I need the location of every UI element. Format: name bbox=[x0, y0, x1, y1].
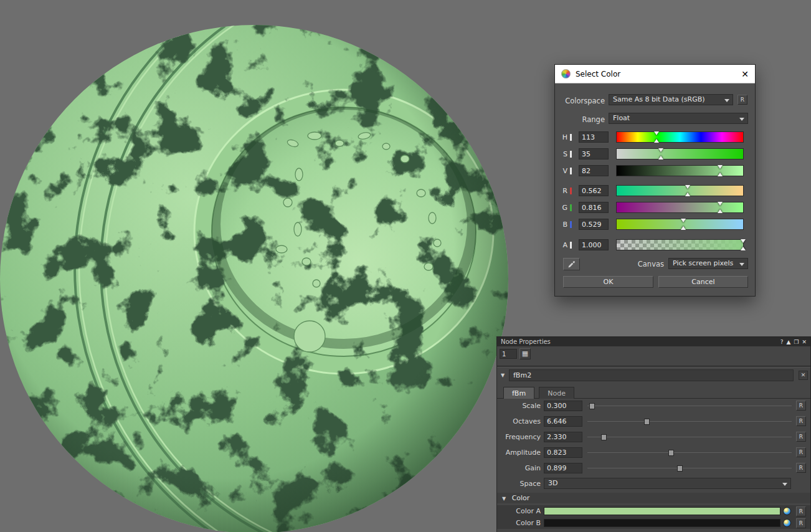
space-row: Space 3D bbox=[497, 478, 810, 490]
range-label: Range bbox=[555, 115, 605, 124]
range-dropdown[interactable]: Float bbox=[609, 113, 748, 124]
octaves-slider[interactable] bbox=[587, 416, 792, 427]
frequency-slider-handle[interactable] bbox=[601, 434, 607, 440]
green-label: G bbox=[555, 204, 567, 212]
color-section-label: Color bbox=[512, 494, 530, 502]
cancel-button[interactable]: Cancel bbox=[658, 276, 748, 288]
gain-reset-button[interactable]: R bbox=[796, 463, 806, 473]
value-label: V bbox=[555, 167, 567, 175]
color-b-reset-button[interactable]: R bbox=[796, 518, 806, 528]
eyedropper-button[interactable] bbox=[563, 258, 580, 270]
hue-input[interactable] bbox=[579, 131, 609, 143]
param-row-amplitude: Amplitude R bbox=[497, 447, 810, 459]
alpha-slider[interactable] bbox=[616, 239, 744, 250]
amplitude-input[interactable] bbox=[544, 447, 582, 458]
red-label: R bbox=[555, 187, 567, 195]
scale-slider-handle[interactable] bbox=[589, 403, 595, 409]
alpha-input[interactable] bbox=[579, 239, 609, 250]
eyedropper-icon bbox=[567, 260, 576, 268]
green-row: G bbox=[555, 202, 755, 213]
value-input[interactable] bbox=[579, 165, 609, 176]
blue-input[interactable] bbox=[579, 219, 609, 230]
octaves-label: Octaves bbox=[497, 417, 541, 425]
red-slider[interactable] bbox=[616, 185, 744, 196]
param-row-scale: Scale R bbox=[497, 400, 810, 412]
panel-close-icon[interactable]: ✕ bbox=[802, 339, 807, 345]
collapse-icon[interactable]: ▲ bbox=[786, 339, 790, 345]
node-name-field[interactable]: fBm2 bbox=[509, 369, 794, 381]
select-color-dialog: Select Color ✕ Colorspace Same As 8 bit … bbox=[554, 64, 756, 297]
colorspace-reset-button[interactable]: R bbox=[737, 95, 747, 105]
colorspace-dropdown[interactable]: Same As 8 bit Data (sRGB) bbox=[609, 94, 733, 105]
frequency-reset-button[interactable]: R bbox=[796, 432, 806, 442]
node-collapse-arrow-icon[interactable]: ▼ bbox=[501, 373, 505, 378]
color-section-header[interactable]: ▼ Color bbox=[497, 493, 810, 503]
param-row-gain: Gain R bbox=[497, 462, 810, 475]
gain-slider[interactable] bbox=[587, 463, 792, 473]
amplitude-label: Amplitude bbox=[497, 449, 541, 457]
frequency-input[interactable] bbox=[544, 432, 582, 442]
value-slider[interactable] bbox=[616, 165, 744, 176]
space-dropdown[interactable]: 3D bbox=[544, 478, 791, 489]
help-icon[interactable]: ? bbox=[780, 339, 784, 345]
scale-label: Scale bbox=[497, 402, 541, 410]
red-input[interactable] bbox=[579, 185, 609, 196]
color-a-reset-button[interactable]: R bbox=[796, 506, 806, 516]
amplitude-reset-button[interactable]: R bbox=[796, 447, 806, 457]
octaves-slider-handle[interactable] bbox=[644, 419, 650, 425]
hue-slider[interactable] bbox=[616, 131, 744, 143]
gain-label: Gain bbox=[497, 464, 541, 472]
dialog-title: Select Color bbox=[576, 70, 736, 78]
color-a-picker-icon[interactable] bbox=[783, 507, 791, 515]
amplitude-slider-handle[interactable] bbox=[668, 450, 674, 456]
scale-slider[interactable] bbox=[587, 401, 792, 411]
saturation-input[interactable] bbox=[579, 148, 609, 159]
color-b-swatch[interactable] bbox=[544, 519, 780, 527]
space-value: 3D bbox=[548, 479, 557, 487]
color-b-row: Color B R bbox=[497, 517, 810, 529]
panel-titlebar[interactable]: Node Properties ? ▲ ❐ ✕ bbox=[497, 337, 810, 346]
tab-node[interactable]: Node bbox=[539, 387, 574, 399]
red-tick bbox=[570, 188, 572, 194]
color-b-label: Color B bbox=[497, 519, 541, 527]
color-wheel-icon bbox=[561, 69, 571, 78]
alpha-row: A bbox=[555, 239, 755, 250]
node-close-button[interactable]: ✕ bbox=[799, 371, 808, 380]
alpha-label: A bbox=[555, 241, 567, 249]
canvas-dropdown[interactable]: Pick screen pixels bbox=[668, 258, 748, 269]
float-window-icon[interactable]: ❐ bbox=[794, 339, 799, 345]
green-slider[interactable] bbox=[616, 202, 744, 213]
color-a-label: Color A bbox=[497, 507, 541, 515]
close-icon[interactable]: ✕ bbox=[741, 70, 749, 78]
octaves-reset-button[interactable]: R bbox=[796, 416, 806, 426]
3d-viewport-sphere[interactable] bbox=[0, 0, 511, 532]
green-tick bbox=[570, 204, 572, 211]
blue-tick bbox=[570, 221, 572, 228]
alpha-tick bbox=[570, 242, 572, 249]
grid-icon: ▦ bbox=[522, 349, 528, 358]
gain-input[interactable] bbox=[544, 463, 582, 473]
canvas-label: Canvas bbox=[614, 260, 664, 268]
ok-button[interactable]: OK bbox=[563, 276, 653, 288]
tab-fbm[interactable]: fBm bbox=[503, 387, 534, 399]
color-a-swatch[interactable] bbox=[544, 507, 780, 515]
sphere-vignette bbox=[0, 25, 508, 532]
frequency-slider[interactable] bbox=[587, 432, 792, 442]
scale-input[interactable] bbox=[544, 401, 582, 411]
saturation-label: S bbox=[555, 150, 567, 158]
octaves-input[interactable] bbox=[544, 416, 582, 427]
node-index-input[interactable] bbox=[500, 349, 517, 359]
color-b-picker-icon[interactable] bbox=[783, 519, 791, 527]
blue-slider[interactable] bbox=[616, 219, 744, 230]
gain-slider-handle[interactable] bbox=[677, 465, 683, 472]
green-input[interactable] bbox=[579, 202, 609, 213]
colorspace-value: Same As 8 bit Data (sRGB) bbox=[613, 95, 705, 103]
scale-reset-button[interactable]: R bbox=[796, 401, 806, 411]
pin-button[interactable]: ▦ bbox=[519, 348, 531, 359]
node-header[interactable]: ▼ fBm2 ✕ bbox=[500, 369, 808, 382]
range-value: Float bbox=[613, 114, 630, 122]
amplitude-slider[interactable] bbox=[587, 447, 792, 458]
blue-row: B bbox=[555, 219, 755, 230]
dialog-titlebar[interactable]: Select Color ✕ bbox=[555, 65, 755, 83]
saturation-slider[interactable] bbox=[616, 148, 744, 159]
